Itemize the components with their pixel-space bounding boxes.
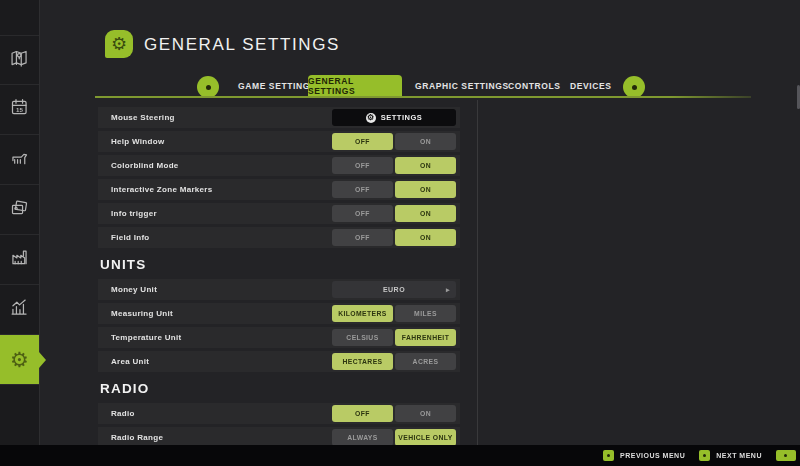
toggle-area-unit: HECTARESACRES [332,353,456,370]
toggle-colorblind-mode: OFFON [332,157,456,174]
panel-divider [477,100,478,445]
setting-label: Info trigger [111,209,332,218]
toggle-option-off[interactable]: OFF [332,229,393,246]
sidebar-item-calendar[interactable]: 15 [0,85,39,135]
setting-row: Interactive Zone MarkersOFFON [98,179,460,200]
setting-label: Field Info [111,233,332,242]
toggle-option-on[interactable]: ON [395,133,456,150]
toggle-interactive-zone-markers: OFFON [332,181,456,198]
sidebar-item-production[interactable] [0,235,39,285]
toggle-option-on[interactable]: ON [395,157,456,174]
setting-label: Money Unit [111,285,332,294]
statistics-icon [9,297,30,322]
toggle-option-kilometers[interactable]: KILOMETERS [332,305,393,322]
toggle-option-off[interactable]: OFF [332,133,393,150]
toggle-option-always[interactable]: ALWAYS [332,429,393,446]
gear-icon: ⚙ [366,113,376,123]
setting-row: Money UnitEURO▸ [98,279,460,300]
setting-label: Area Unit [111,357,332,366]
setting-row: Area UnitHECTARESACRES [98,351,460,372]
footer-label-next-menu[interactable]: NEXT MENU [716,452,762,459]
setting-label: Help Window [111,137,332,146]
contracts-icon [9,197,30,222]
footer-label-previous-menu[interactable]: PREVIOUS MENU [620,452,685,459]
toggle-field-info: OFFON [332,229,456,246]
setting-row: Mouse Steering⚙SETTINGS [98,107,460,128]
sidebar-item-map[interactable] [0,35,39,85]
setting-row: Colorblind ModeOFFON [98,155,460,176]
toggle-radio: OFFON [332,405,456,422]
toggle-option-off[interactable]: OFF [332,181,393,198]
production-icon [9,247,30,272]
setting-label: Radio [111,409,332,418]
setting-label: Colorblind Mode [111,161,332,170]
sidebar-item-statistics[interactable] [0,285,39,335]
toggle-help-window: OFFON [332,133,456,150]
tab-devices[interactable]: DEVICES [570,75,612,97]
toggle-option-on[interactable]: ON [395,181,456,198]
settings-list: Mouse Steering⚙SETTINGSHelp WindowOFFONC… [98,107,460,451]
prev-tab-circle-icon[interactable] [197,76,219,98]
tab-general-settings[interactable]: GENERAL SETTINGS [308,75,402,97]
footer-bar: PREVIOUS MENUNEXT MENUBACK [0,445,800,466]
setting-row: RadioOFFON [98,403,460,424]
setting-row: Info triggerOFFON [98,203,460,224]
chevron-right-icon: ▸ [446,286,450,294]
sidebar-item-settings-gear[interactable]: ⚙ [0,335,39,385]
money-unit-dropdown[interactable]: EURO▸ [332,281,456,298]
toggle-option-on[interactable]: ON [395,205,456,222]
tab-underline [95,96,751,98]
toggle-info-trigger: OFFON [332,205,456,222]
setting-row: Temperature UnitCELSIUSFAHRENHEIT [98,327,460,348]
toggle-radio-range: ALWAYSVEHICLE ONLY [332,429,456,446]
mouse-steering-settings-button[interactable]: ⚙SETTINGS [332,109,456,126]
key-badge-icon [699,450,710,461]
setting-label: Radio Range [111,433,332,442]
toggle-measuring-unit: KILOMETERSMILES [332,305,456,322]
toggle-option-acres[interactable]: ACRES [395,353,456,370]
toggle-option-celsius[interactable]: CELSIUS [332,329,393,346]
toggle-option-on[interactable]: ON [395,229,456,246]
key-badge-wide-icon [776,450,796,461]
tab-controls[interactable]: CONTROLS [508,75,561,97]
section-title: RADIO [100,381,460,396]
next-tab-circle-icon[interactable] [623,76,645,98]
toggle-option-off[interactable]: OFF [332,205,393,222]
setting-row: Measuring UnitKILOMETERSMILES [98,303,460,324]
tab-graphic-settings[interactable]: GRAPHIC SETTINGS [415,75,509,97]
toggle-option-hectares[interactable]: HECTARES [332,353,393,370]
setting-label: Measuring Unit [111,309,332,318]
key-badge-icon [603,450,614,461]
setting-label: Temperature Unit [111,333,332,342]
section-title: UNITS [100,257,460,272]
setting-label: Mouse Steering [111,113,332,122]
setting-row: Help WindowOFFON [98,131,460,152]
toggle-option-fahrenheit[interactable]: FAHRENHEIT [395,329,456,346]
toggle-option-off[interactable]: OFF [332,405,393,422]
page-title-gear-icon: ⚙ [105,30,133,58]
setting-label: Interactive Zone Markers [111,185,332,194]
settings-gear-icon: ⚙ [10,349,29,371]
tab-game-settings[interactable]: GAME SETTINGS [238,75,316,97]
setting-row: Field InfoOFFON [98,227,460,248]
svg-text:15: 15 [16,106,23,113]
toggle-option-off[interactable]: OFF [332,157,393,174]
toggle-option-miles[interactable]: MILES [395,305,456,322]
toggle-temperature-unit: CELSIUSFAHRENHEIT [332,329,456,346]
animals-icon [9,147,30,172]
page-title: GENERAL SETTINGS [144,35,340,55]
sidebar-item-animals[interactable] [0,135,39,185]
sidebar: 15⚙ [0,0,40,445]
map-icon [9,48,30,73]
toggle-option-vehicle-only[interactable]: VEHICLE ONLY [395,429,456,446]
toggle-option-on[interactable]: ON [395,405,456,422]
calendar-icon: 15 [9,97,30,122]
sidebar-item-contracts[interactable] [0,185,39,235]
